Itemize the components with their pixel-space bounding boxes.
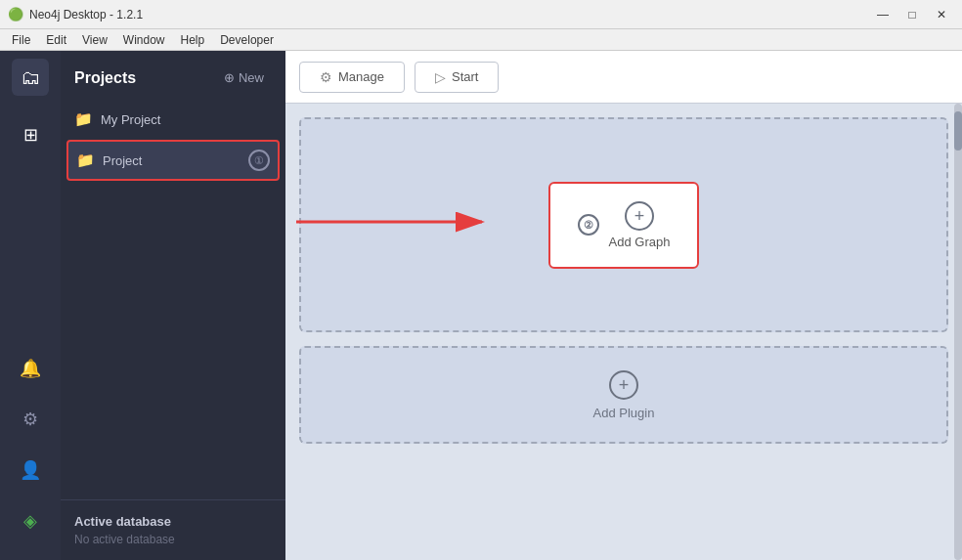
sidebar-item-neo4j[interactable]: ◈ [9,499,52,542]
project-name: My Project [101,112,160,127]
menu-view[interactable]: View [74,31,115,49]
step-badge-2: ② [578,214,599,236]
app-icon: 🟢 [8,7,23,22]
window-controls: — □ ✕ [870,4,954,25]
graph-dashed-area: ② + Add Graph [299,117,948,332]
new-project-button[interactable]: ⊕ New [216,66,272,89]
icon-sidebar: 🗂 ⊞ 🔔 ⚙ 👤 ◈ [0,51,61,560]
new-label: New [239,70,264,85]
add-plugin-label: Add Plugin [593,406,655,420]
manage-label: Manage [338,69,384,84]
active-database-section: Active database No active database [61,499,285,560]
main-content: ⚙ Manage ▷ Start [285,51,962,560]
content-areas: ② + Add Graph + Add Plugin [285,104,962,560]
add-plugin-plus-icon: + [609,370,638,400]
project-sidebar: Projects ⊕ New 📁 My Project 📁 Project ① … [61,51,285,560]
plugin-dashed-area: + Add Plugin [299,346,948,444]
bell-icon: 🔔 [20,358,41,379]
scrollbar-track [954,104,962,560]
sidebar-header: Projects ⊕ New [61,51,285,101]
active-db-value: No active database [74,533,272,546]
sidebar-item-settings[interactable]: ⚙ [9,398,52,441]
user-icon: 👤 [20,459,41,481]
play-icon: ▷ [435,69,446,85]
add-graph-plus-icon: + [625,201,654,231]
menu-help[interactable]: Help [173,31,213,49]
scrollbar-thumb[interactable] [954,111,962,151]
minimize-button[interactable]: — [870,4,896,25]
top-actions-bar: ⚙ Manage ▷ Start [285,51,962,104]
menu-edit[interactable]: Edit [38,31,74,49]
folder-icon-active: 📁 [76,151,95,169]
folder-icon: 📁 [74,110,93,128]
menu-window[interactable]: Window [115,31,173,49]
manage-button[interactable]: ⚙ Manage [299,62,405,93]
add-graph-label: Add Graph [609,235,671,249]
app-body: 🗂 ⊞ 🔔 ⚙ 👤 ◈ Projects ⊕ New [0,51,962,560]
projects-title: Projects [74,69,136,87]
start-button[interactable]: ▷ Start [415,62,499,93]
plus-icon: ⊕ [224,70,235,85]
project-item-project[interactable]: 📁 Project ① [66,140,280,181]
add-graph-button[interactable]: ② + Add Graph [548,182,700,269]
project-name-active: Project [103,153,142,168]
title-bar: 🟢 Neo4j Desktop - 1.2.1 — □ ✕ [0,0,962,29]
menu-bar: File Edit View Window Help Developer [0,29,962,51]
maximize-button[interactable]: □ [899,4,925,25]
window-title: Neo4j Desktop - 1.2.1 [29,8,870,22]
start-label: Start [452,69,478,84]
logo-icon: 🗂 [21,66,40,89]
menu-developer[interactable]: Developer [212,31,282,49]
sidebar-item-projects[interactable]: ⊞ [9,113,52,156]
neo4j-icon: ◈ [23,510,37,532]
gear-icon-manage: ⚙ [320,69,332,85]
sidebar-item-notifications[interactable]: 🔔 [9,347,52,390]
project-badge: ① [248,150,270,171]
add-plugin-button[interactable]: + Add Plugin [593,370,655,420]
sidebar-item-user[interactable]: 👤 [9,449,52,492]
app-logo: 🗂 [12,59,49,96]
gear-icon: ⚙ [22,409,38,430]
project-list: 📁 My Project 📁 Project ① [61,101,285,499]
project-item-my-project[interactable]: 📁 My Project [61,101,285,138]
close-button[interactable]: ✕ [929,4,954,25]
menu-file[interactable]: File [4,31,38,49]
active-db-label: Active database [74,514,272,529]
grid-icon: ⊞ [23,124,38,146]
